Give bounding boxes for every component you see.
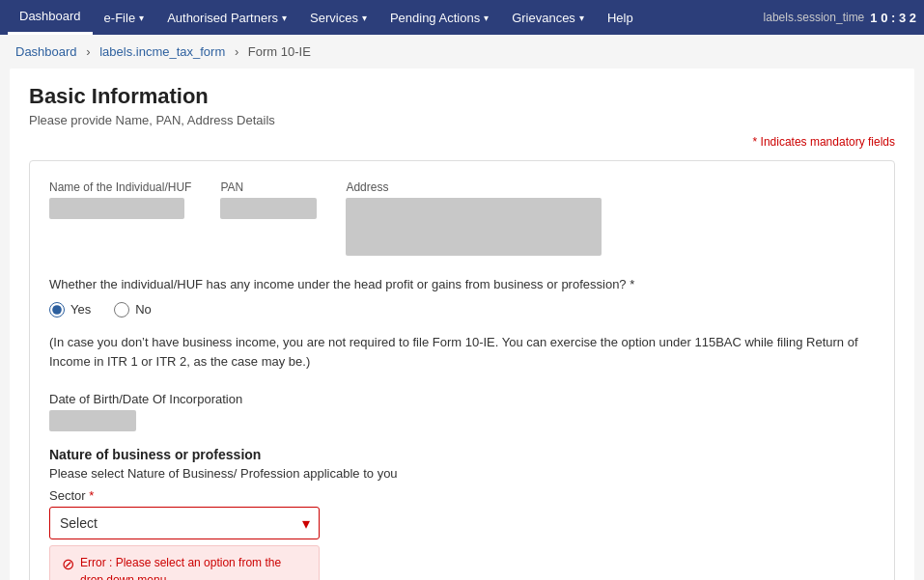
nav-services[interactable]: Services ▾ bbox=[298, 0, 378, 35]
address-field-group: Address bbox=[346, 180, 602, 256]
radio-yes-label[interactable]: Yes bbox=[49, 302, 91, 318]
nav-dashboard[interactable]: Dashboard bbox=[8, 0, 93, 35]
nav-authorised-partners[interactable]: Authorised Partners ▾ bbox=[155, 0, 298, 35]
sector-required: * bbox=[89, 488, 94, 503]
form-card: Name of the Individual/HUF PAN Address W… bbox=[29, 160, 895, 580]
page-title: Basic Information bbox=[29, 84, 895, 109]
main-content: Basic Information Please provide Name, P… bbox=[10, 69, 914, 580]
nature-heading: Nature of business or profession bbox=[49, 447, 875, 462]
yes-text: Yes bbox=[70, 302, 91, 317]
chevron-down-icon: ▾ bbox=[579, 13, 584, 23]
dob-section: Date of Birth/Date Of Incorporation bbox=[49, 392, 875, 431]
sector-error-text: Error : Please select an option from the… bbox=[80, 554, 307, 580]
nav-pending-actions[interactable]: Pending Actions ▾ bbox=[378, 0, 500, 35]
session-label: labels.session_time bbox=[764, 11, 865, 24]
income-radio-section: Whether the individual/HUF has any incom… bbox=[49, 275, 875, 318]
pan-label: PAN bbox=[220, 180, 317, 194]
address-placeholder bbox=[346, 198, 602, 256]
breadcrumb-sep2: › bbox=[235, 44, 238, 59]
dob-placeholder bbox=[49, 410, 136, 431]
nature-section: Nature of business or profession Please … bbox=[49, 447, 875, 580]
chevron-down-icon: ▾ bbox=[282, 13, 287, 23]
top-fields-row: Name of the Individual/HUF PAN Address bbox=[49, 180, 875, 256]
chevron-down-icon: ▾ bbox=[362, 13, 367, 23]
pan-field-group: PAN bbox=[220, 180, 317, 256]
dob-label: Date of Birth/Date Of Incorporation bbox=[49, 392, 875, 406]
nature-desc: Please select Nature of Business/ Profes… bbox=[49, 466, 875, 481]
breadcrumb: Dashboard › labels.incme_tax_form › Form… bbox=[0, 35, 924, 69]
breadcrumb-incometax[interactable]: labels.incme_tax_form bbox=[99, 44, 225, 59]
name-placeholder bbox=[49, 198, 184, 219]
navbar: Dashboard e-File ▾ Authorised Partners ▾… bbox=[0, 0, 924, 35]
nav-efile[interactable]: e-File ▾ bbox=[93, 0, 156, 35]
session-time: 1 0 : 3 2 bbox=[870, 11, 916, 25]
sector-error-box: ⊘ Error : Please select an option from t… bbox=[49, 545, 320, 580]
sector-select[interactable]: Select bbox=[49, 507, 320, 539]
radio-yes[interactable] bbox=[49, 302, 65, 318]
name-field-group: Name of the Individual/HUF bbox=[49, 180, 191, 256]
radio-options: Yes No bbox=[49, 302, 875, 318]
breadcrumb-current: Form 10-IE bbox=[248, 44, 311, 59]
mandatory-note: * Indicates mandatory fields bbox=[29, 135, 895, 149]
income-question: Whether the individual/HUF has any incom… bbox=[49, 275, 875, 294]
sector-select-wrapper: Select ▾ bbox=[49, 507, 320, 539]
breadcrumb-sep1: › bbox=[86, 44, 90, 59]
nav-grievances[interactable]: Grievances ▾ bbox=[500, 0, 596, 35]
info-text: (In case you don’t have business income,… bbox=[49, 333, 875, 373]
no-text: No bbox=[135, 302, 152, 317]
pan-placeholder bbox=[220, 198, 317, 219]
page-subtitle: Please provide Name, PAN, Address Detail… bbox=[29, 113, 895, 127]
radio-no[interactable] bbox=[114, 302, 129, 318]
address-label: Address bbox=[346, 180, 602, 194]
error-icon: ⊘ bbox=[62, 555, 74, 573]
sector-label-text: Sector * bbox=[49, 488, 875, 503]
breadcrumb-dashboard[interactable]: Dashboard bbox=[15, 44, 77, 59]
radio-no-label[interactable]: No bbox=[114, 302, 152, 318]
chevron-down-icon: ▾ bbox=[139, 13, 144, 23]
chevron-down-icon: ▾ bbox=[484, 13, 489, 23]
nav-help[interactable]: Help bbox=[596, 0, 645, 35]
name-label: Name of the Individual/HUF bbox=[49, 180, 191, 194]
